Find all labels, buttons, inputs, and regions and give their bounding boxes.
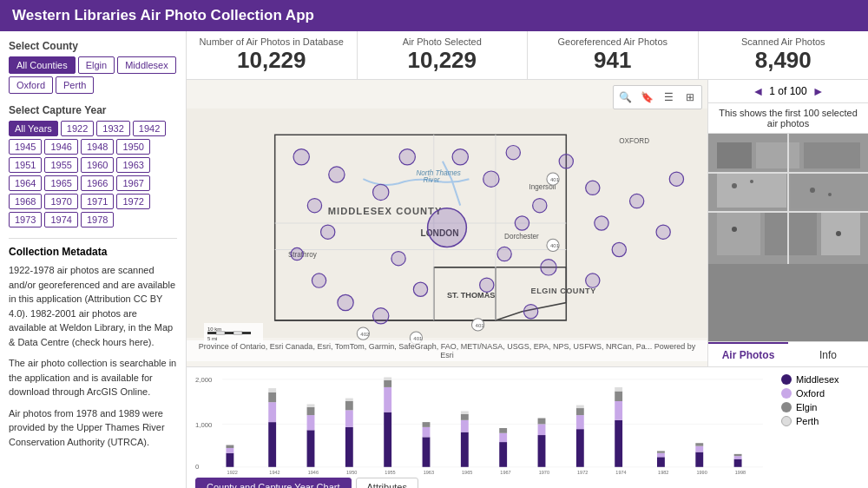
- svg-text:10 km: 10 km: [207, 326, 221, 332]
- svg-rect-145: [734, 454, 742, 456]
- svg-rect-89: [268, 402, 276, 422]
- svg-rect-67: [765, 212, 817, 255]
- svg-text:OXFORD: OXFORD: [619, 137, 649, 145]
- svg-rect-139: [695, 452, 703, 467]
- year-buttons: All Years1922193219421945194619481950195…: [9, 121, 177, 228]
- svg-point-32: [391, 252, 405, 266]
- svg-text:1946: 1946: [308, 470, 319, 474]
- year-btn-1948[interactable]: 1948: [81, 139, 114, 155]
- year-btn-1972[interactable]: 1972: [116, 194, 149, 209]
- stat-geo-label: Georeferenced Air Photos: [536, 36, 689, 47]
- svg-point-48: [630, 194, 644, 208]
- svg-point-73: [750, 180, 753, 183]
- svg-rect-131: [615, 401, 622, 420]
- svg-rect-121: [538, 435, 546, 467]
- svg-point-25: [321, 225, 335, 239]
- svg-rect-130: [615, 420, 622, 467]
- svg-point-24: [307, 199, 321, 213]
- stat-db-label: Number of Air Photos in Database: [195, 36, 348, 47]
- county-btn-middlesex[interactable]: Middlesex: [117, 56, 176, 74]
- svg-rect-118: [499, 433, 507, 442]
- stat-scanned-value: 8,490: [707, 47, 860, 74]
- year-btn-1945[interactable]: 1945: [9, 139, 42, 155]
- svg-text:401: 401: [550, 242, 560, 248]
- year-btn-1922[interactable]: 1922: [61, 121, 94, 136]
- map-qr-btn[interactable]: ⊞: [681, 88, 700, 107]
- tab-air-photos[interactable]: Air Photos: [708, 342, 788, 366]
- year-btn-1946[interactable]: 1946: [44, 139, 77, 155]
- county-btn-all-counties[interactable]: All Counties: [9, 56, 76, 74]
- svg-rect-55: [233, 332, 242, 334]
- county-btn-oxford[interactable]: Oxford: [9, 76, 53, 94]
- map-photo-row: North Thames River MID: [187, 80, 868, 366]
- year-btn-1965[interactable]: 1965: [44, 175, 77, 191]
- map-bookmark-btn[interactable]: 🔖: [637, 88, 656, 107]
- app-title: Western Libraries Air Photo Collection A…: [12, 7, 314, 23]
- year-btn-1973[interactable]: 1973: [9, 212, 42, 228]
- year-btn-1951[interactable]: 1951: [9, 157, 42, 173]
- metadata-paragraph: 1922-1978 air photos are scanned and/or …: [9, 263, 177, 349]
- year-btn-1960[interactable]: 1960: [81, 157, 114, 173]
- photo-next-btn[interactable]: ►: [812, 84, 825, 98]
- photo-prev-btn[interactable]: ◄: [752, 84, 764, 98]
- stat-geo: Georeferenced Air Photos 941: [528, 31, 699, 79]
- year-btn-1963[interactable]: 1963: [116, 157, 149, 173]
- svg-rect-53: [216, 332, 225, 334]
- svg-point-33: [413, 282, 427, 296]
- svg-text:0: 0: [195, 463, 200, 471]
- svg-point-38: [515, 216, 529, 230]
- svg-rect-112: [461, 432, 469, 467]
- svg-rect-126: [576, 415, 584, 429]
- year-btn-1970[interactable]: 1970: [44, 194, 77, 209]
- year-btn-1974[interactable]: 1974: [44, 212, 77, 228]
- svg-text:1982: 1982: [658, 470, 668, 474]
- svg-text:2,000: 2,000: [195, 376, 213, 384]
- tab-info[interactable]: Info: [788, 342, 868, 366]
- tab-attributes[interactable]: Attributes: [356, 478, 418, 488]
- sidebar: Select County All CountiesElginMiddlesex…: [0, 31, 187, 488]
- map-list-btn[interactable]: ☰: [659, 88, 678, 107]
- stat-scanned: Scanned Air Photos 8,490: [699, 31, 869, 79]
- svg-rect-113: [461, 420, 469, 432]
- svg-rect-93: [307, 430, 315, 466]
- map-zoom-in-btn[interactable]: 🔍: [615, 88, 635, 107]
- svg-text:Dorchester: Dorchester: [504, 233, 539, 241]
- photo-nav: ◄ 1 of 100 ►: [708, 80, 868, 103]
- year-btn-1950[interactable]: 1950: [116, 139, 149, 155]
- year-btn-1955[interactable]: 1955: [44, 157, 77, 173]
- year-btn-1942[interactable]: 1942: [133, 121, 166, 136]
- svg-rect-62: [756, 142, 799, 168]
- legend-elgin-label: Elgin: [796, 402, 817, 412]
- year-btn-1966[interactable]: 1966: [81, 175, 114, 191]
- year-btn-1968[interactable]: 1968: [9, 194, 42, 209]
- metadata-paragraph: The air photo collection is searchable i…: [9, 356, 177, 399]
- svg-text:1942: 1942: [269, 470, 279, 474]
- year-btn-1978[interactable]: 1978: [81, 212, 114, 228]
- map-attribution: Province of Ontario, Esri Canada, Esri, …: [187, 340, 707, 361]
- year-btn-1964[interactable]: 1964: [9, 175, 42, 191]
- svg-rect-125: [576, 429, 584, 467]
- svg-rect-95: [307, 407, 315, 415]
- svg-point-35: [483, 171, 499, 187]
- year-btn-1971[interactable]: 1971: [81, 194, 114, 209]
- year-btn-All Years[interactable]: All Years: [9, 121, 58, 136]
- county-btn-elgin[interactable]: Elgin: [78, 56, 115, 74]
- metadata-title: Collection Metadata: [9, 246, 177, 258]
- map-area[interactable]: North Thames River MID: [187, 80, 707, 366]
- svg-text:1950: 1950: [346, 470, 357, 474]
- select-year-label: Select Capture Year: [9, 104, 177, 116]
- legend-elgin: Elgin: [781, 402, 859, 412]
- svg-point-28: [338, 294, 353, 310]
- svg-rect-101: [345, 399, 353, 401]
- svg-rect-103: [384, 412, 391, 467]
- map-svg: North Thames River MID: [187, 80, 707, 366]
- svg-rect-94: [307, 415, 315, 430]
- stats-bar: Number of Air Photos in Database 10,229 …: [187, 31, 868, 80]
- year-btn-1932[interactable]: 1932: [96, 121, 129, 136]
- county-btn-perth[interactable]: Perth: [56, 76, 94, 94]
- photo-subtitle: This shows the first 100 selected air ph…: [708, 103, 868, 134]
- svg-point-50: [669, 172, 683, 186]
- svg-rect-91: [268, 388, 276, 392]
- year-btn-1967[interactable]: 1967: [116, 175, 149, 191]
- tab-chart-county[interactable]: County and Capture Year Chart: [195, 478, 352, 488]
